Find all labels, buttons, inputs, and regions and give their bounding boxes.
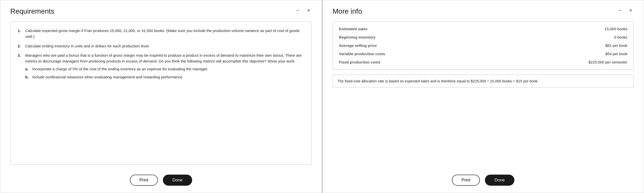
print-button[interactable]: Print [130, 175, 158, 186]
estimated-sales-value: 15,000 books [605, 27, 627, 31]
sub-text-b: Include nonfinancial measures when evalu… [32, 74, 183, 80]
info-row-selling-price: Average selling price $81 per book [339, 43, 627, 48]
beginning-inventory-value: 0 books [614, 35, 627, 39]
close-button[interactable]: × [306, 7, 312, 13]
more-info-close-button[interactable]: × [628, 7, 634, 13]
sub-label-b: b. [25, 74, 30, 80]
fixed-costs-label: Fixed production costs [339, 60, 386, 64]
requirements-list: 1. Calculate expected gross margin if Fr… [18, 28, 304, 82]
sub-label-a: a. [25, 66, 30, 72]
selling-price-label: Average selling price [339, 43, 382, 48]
done-button[interactable]: Done [163, 175, 192, 186]
minimize-button[interactable]: − [295, 7, 301, 13]
more-info-panel: More info − × Estimated sales 15,000 boo… [322, 0, 644, 193]
selling-price-value: $81 per book [605, 43, 627, 48]
info-table: Estimated sales 15,000 books Beginning i… [333, 21, 634, 70]
list-item: 2. Calculate ending inventory in units a… [18, 43, 304, 49]
requirements-title: Requirements [10, 7, 54, 15]
info-row-estimated-sales: Estimated sales 15,000 books [339, 27, 627, 31]
sub-text-a: Incorporate a charge of 5% of the cost o… [32, 66, 208, 72]
req-number-3: 3. [18, 52, 23, 82]
requirements-content-box: 1. Calculate expected gross margin if Fr… [10, 21, 312, 165]
window-controls: − × [295, 7, 312, 13]
req-text-3: Managers who are paid a bonus that is a … [25, 53, 302, 63]
req-3-content: Managers who are paid a bonus that is a … [25, 52, 304, 82]
requirements-footer: Print Done [10, 173, 312, 186]
info-row-variable-costs: Variable production costs $54 per book [339, 52, 627, 56]
requirements-header: Requirements − × [10, 7, 312, 15]
req-text-1: Calculate expected gross margin if Fran … [25, 28, 304, 40]
variable-costs-value: $54 per book [605, 52, 627, 56]
more-info-title: More info [333, 7, 362, 15]
list-item: 1. Calculate expected gross margin if Fr… [18, 28, 304, 40]
info-row-fixed-costs: Fixed production costs $225,000 per seme… [339, 60, 627, 64]
requirements-panel: Requirements − × 1. Calculate expected g… [0, 0, 322, 193]
more-info-footer: Print Done [333, 173, 634, 186]
list-item: b. Include nonfinancial measures when ev… [25, 74, 304, 80]
estimated-sales-label: Estimated sales [339, 27, 372, 31]
more-info-window-controls: − × [617, 7, 634, 13]
req-3-sublist: a. Incorporate a charge of 5% of the cos… [25, 66, 304, 80]
req-number-1: 1. [18, 28, 23, 40]
more-info-print-button[interactable]: Print [452, 175, 480, 186]
info-note: The fixed-cost allocation rate is based … [333, 75, 634, 88]
fixed-costs-value: $225,000 per semester [589, 60, 627, 64]
variable-costs-label: Variable production costs [339, 52, 390, 56]
req-text-2: Calculate ending inventory in units and … [25, 43, 150, 49]
info-row-beginning-inventory: Beginning inventory 0 books [339, 35, 627, 39]
more-info-minimize-button[interactable]: − [617, 7, 623, 13]
req-number-2: 2. [18, 43, 23, 49]
more-info-header: More info − × [333, 7, 634, 15]
list-item: a. Incorporate a charge of 5% of the cos… [25, 66, 304, 72]
more-info-done-button[interactable]: Done [485, 175, 514, 186]
beginning-inventory-label: Beginning inventory [339, 35, 380, 39]
list-item: 3. Managers who are paid a bonus that is… [18, 52, 304, 82]
